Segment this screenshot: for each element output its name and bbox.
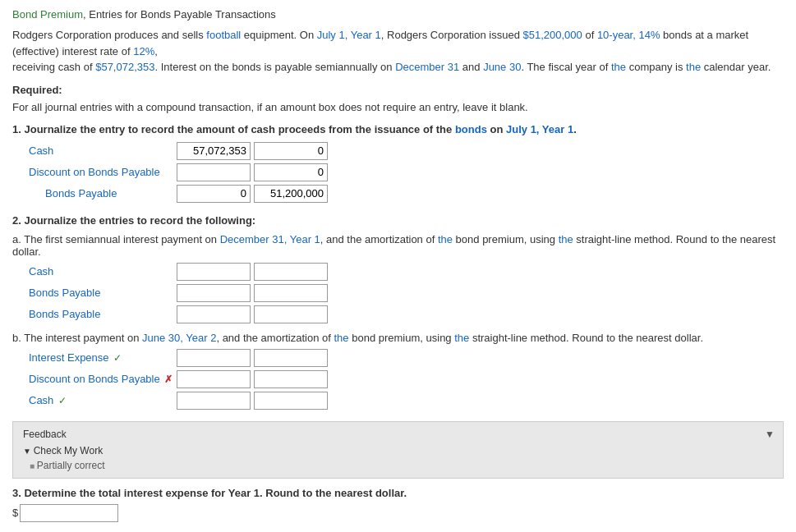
question-3-number: 3. Determine the total interest expense … xyxy=(12,487,784,499)
account-label-cash-a[interactable]: Cash xyxy=(29,265,177,277)
feedback-arrow-icon: ▼ xyxy=(765,429,775,440)
table-row: Bonds Payable xyxy=(29,185,784,203)
instruction: For all journal entries with a compound … xyxy=(12,101,784,113)
table-row: Cash xyxy=(29,263,784,281)
sub-question-a: a. The first semiannual interest payment… xyxy=(12,233,784,323)
discount-debit-input[interactable] xyxy=(177,163,251,181)
partially-correct-label: Partially correct xyxy=(23,460,773,471)
account-label-bonds-payable[interactable]: Bonds Payable xyxy=(29,187,177,200)
title-suffix: , Entries for Bonds Payable Transactions xyxy=(83,8,276,21)
description-line2: receiving cash of $57,072,353. Interest … xyxy=(12,59,784,76)
account-label-discount-b[interactable]: Discount on Bonds Payable ✗ xyxy=(29,373,177,385)
cash-b-credit-input[interactable] xyxy=(254,392,328,410)
description: Rodgers Corporation produces and sells f… xyxy=(12,27,784,76)
bonds-debit-input[interactable] xyxy=(177,185,251,203)
sub-a-journal-table: Cash Bonds Payable Bonds Payable xyxy=(29,263,784,323)
table-row: Discount on Bonds Payable ✗ xyxy=(29,370,784,388)
cash-credit-input[interactable] xyxy=(254,142,328,160)
account-label-discount[interactable]: Discount on Bonds Payable xyxy=(29,166,177,178)
account-label-cash[interactable]: Cash xyxy=(29,144,177,157)
bonds-a2-credit-input[interactable] xyxy=(254,305,328,323)
feedback-section: ▼ Feedback Check My Work Partially corre… xyxy=(12,421,784,479)
table-row: Cash ✓ xyxy=(29,392,784,410)
question-2-block: 2. Journalize the entries to record the … xyxy=(12,214,784,410)
question-1-block: 1. Journalize the entry to record the am… xyxy=(12,123,784,203)
cash-a-credit-input[interactable] xyxy=(254,263,328,281)
sub-a-label: a. The first semiannual interest payment… xyxy=(12,233,784,258)
bonds-a1-credit-input[interactable] xyxy=(254,284,328,302)
cash-debit-input[interactable] xyxy=(177,142,251,160)
account-label-cash-b[interactable]: Cash ✓ xyxy=(29,394,177,406)
account-label-interest-expense[interactable]: Interest Expense ✓ xyxy=(29,351,177,364)
description-line1: Rodgers Corporation produces and sells f… xyxy=(12,27,784,59)
sub-question-b: b. The interest payment on June 30, Year… xyxy=(12,332,784,410)
question-3-block: 3. Determine the total interest expense … xyxy=(12,487,784,522)
discount-credit-input[interactable] xyxy=(254,163,328,181)
question-1-text: Journalize the entry to record the amoun… xyxy=(24,123,576,135)
required-label: Required: xyxy=(12,84,784,96)
title-prefix: Bond Premium xyxy=(12,8,83,21)
interest-b-debit-input[interactable] xyxy=(177,349,251,367)
bonds-a2-debit-input[interactable] xyxy=(177,305,251,323)
cash-a-debit-input[interactable] xyxy=(177,263,251,281)
account-label-bonds-a1[interactable]: Bonds Payable xyxy=(29,287,177,299)
cash-b-debit-input[interactable] xyxy=(177,392,251,410)
table-row: Interest Expense ✓ xyxy=(29,349,784,367)
check-my-work-label[interactable]: Check My Work xyxy=(23,445,773,456)
table-row: Bonds Payable xyxy=(29,284,784,302)
table-row: Bonds Payable xyxy=(29,305,784,323)
account-label-bonds-a2[interactable]: Bonds Payable xyxy=(29,308,177,320)
question-3-input-row: $ xyxy=(12,504,784,522)
discount-b-credit-input[interactable] xyxy=(254,370,328,388)
bonds-a1-debit-input[interactable] xyxy=(177,284,251,302)
interest-b-credit-input[interactable] xyxy=(254,349,328,367)
question-3-text: Determine the total interest expense for… xyxy=(24,487,407,499)
dollar-sign: $ xyxy=(12,507,18,519)
bonds-credit-input[interactable] xyxy=(254,185,328,203)
page-title: Bond Premium, Entries for Bonds Payable … xyxy=(12,8,784,21)
total-interest-expense-input[interactable] xyxy=(20,504,118,522)
question-1-number: 1. Journalize the entry to record the am… xyxy=(12,123,784,135)
feedback-header: Feedback xyxy=(23,429,773,440)
sub-b-label: b. The interest payment on June 30, Year… xyxy=(12,332,784,344)
question-2-number: 2. Journalize the entries to record the … xyxy=(12,214,784,227)
sub-b-journal-table: Interest Expense ✓ Discount on Bonds Pay… xyxy=(29,349,784,410)
table-row: Cash xyxy=(29,142,784,160)
table-row: Discount on Bonds Payable xyxy=(29,163,784,181)
discount-b-debit-input[interactable] xyxy=(177,370,251,388)
question-1-journal-table: Cash Discount on Bonds Payable Bonds Pay… xyxy=(29,142,784,203)
